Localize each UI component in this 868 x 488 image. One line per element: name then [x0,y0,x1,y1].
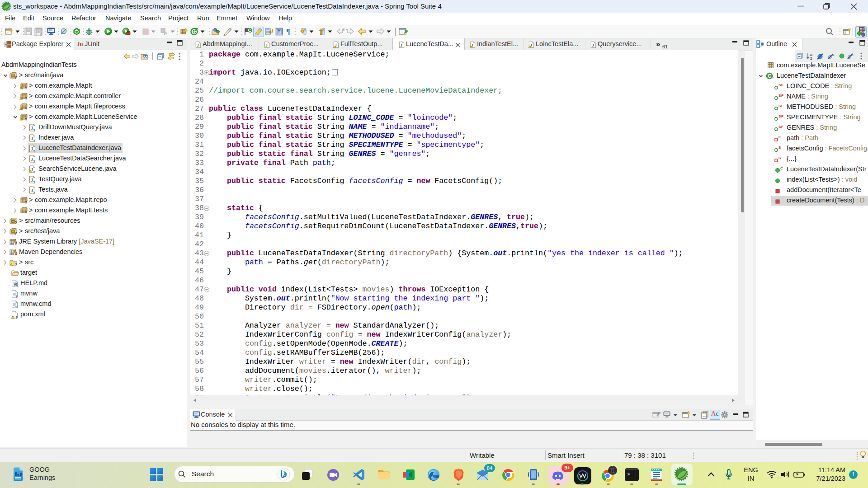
svg-text:F: F [781,94,783,98]
svg-text:J: J [863,27,866,32]
svg-text:?: ? [33,149,35,153]
svg-text:!: ! [21,118,22,121]
svg-text:?: ? [25,211,28,214]
svg-text:?: ? [33,160,35,163]
svg-text:?: ? [33,180,35,184]
svg-text:?: ? [33,170,35,174]
svg-text:F: F [781,83,783,87]
svg-text:F: F [781,104,783,108]
svg-text:S: S [832,53,835,57]
svg-text:z: z [810,56,812,60]
svg-text:F: F [781,114,783,118]
svg-text:?: ? [15,315,18,319]
svg-text:S: S [778,145,781,150]
svg-text:?: ? [14,75,17,79]
svg-text:?: ? [25,117,28,121]
svg-text:!: ! [21,87,22,89]
svg-text:J: J [400,43,402,47]
svg-text:?: ? [25,200,28,204]
svg-text:?: ? [15,263,18,266]
svg-text:?: ? [15,305,18,309]
svg-text:J: J [197,43,199,47]
svg-text:C: C [780,166,783,170]
svg-text:!: ! [21,97,22,100]
svg-text:?: ? [772,76,774,80]
svg-text:?: ? [33,191,35,194]
svg-text:G: G [193,29,196,34]
svg-text:?: ? [14,221,17,225]
svg-text:?: ? [33,139,35,142]
svg-text:J: J [592,43,594,47]
svg-text:S: S [778,156,781,160]
svg-text:!: ! [21,108,22,110]
svg-text:!: ! [12,316,13,319]
svg-text:?: ? [33,128,35,132]
svg-text:?: ? [15,295,18,298]
svg-text:C: C [768,73,772,79]
svg-text:L: L [851,53,854,57]
svg-text:?: ? [25,86,28,89]
svg-text:?: ? [25,96,28,100]
svg-text:F: F [778,135,781,139]
svg-text:J: J [265,43,268,47]
svg-text:F: F [781,125,783,129]
svg-text:?: ? [14,231,17,235]
svg-text:?: ? [25,107,28,110]
svg-text:W: W [14,282,17,286]
